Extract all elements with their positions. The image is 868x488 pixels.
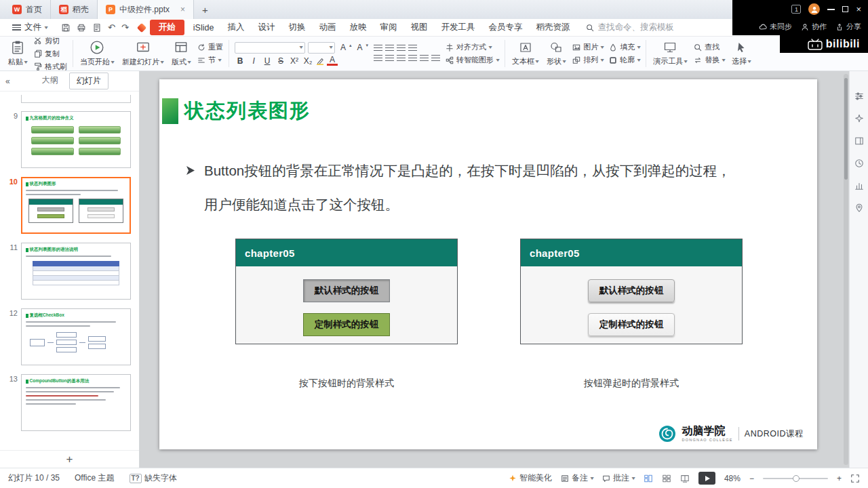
sync-status[interactable]: 未同步 (759, 22, 792, 32)
slide-sorter-view-button[interactable] (662, 474, 671, 483)
underline-button[interactable]: U (262, 56, 273, 66)
slideshow-play-button[interactable] (698, 472, 715, 485)
share-button[interactable]: 分享 (835, 22, 861, 32)
slide-thumbnail-9[interactable]: 9 九宫格图片的拉伸含义 (4, 111, 131, 168)
superscript-button[interactable]: X² (289, 56, 300, 66)
save-icon[interactable] (61, 23, 71, 33)
command-search[interactable]: 查找命令、搜索模板 (586, 22, 674, 33)
notes-button[interactable]: 备注▾ (561, 472, 593, 484)
align-right-icon[interactable] (397, 55, 406, 62)
normal-view-button[interactable] (644, 474, 653, 483)
ribbon-tab-transition[interactable]: 切换 (281, 20, 312, 35)
tab-outline[interactable]: 大纲 (35, 73, 65, 89)
ribbon-tab-design[interactable]: 设计 (251, 20, 281, 35)
slide-10-editing-surface[interactable]: 状态列表图形 Button按钮的背景在正常情况下是凸起的，在按下时是凹陷的，从按… (159, 79, 817, 449)
ribbon-tab-slideshow[interactable]: 放映 (342, 20, 373, 35)
align-objects-button[interactable]: 对齐方式▾ (443, 41, 502, 53)
presentation-tools-button[interactable]: 演示工具▾ (649, 37, 691, 70)
slide-title[interactable]: 状态列表图形 (184, 98, 311, 125)
close-window-button[interactable]: × (856, 5, 861, 14)
collaborate-button[interactable]: 协作 (801, 22, 827, 32)
section-button[interactable]: 节▾ (195, 54, 226, 66)
new-tab-button[interactable]: + (194, 4, 216, 16)
increase-indent-icon[interactable] (408, 45, 417, 52)
properties-sliders-icon[interactable] (854, 92, 864, 101)
smart-beautify-button[interactable]: 智能美化 (509, 472, 552, 484)
layout-button[interactable]: 版式▾ (167, 37, 195, 70)
location-pin-icon[interactable] (854, 203, 864, 213)
ribbon-tab-animation[interactable]: 动画 (312, 20, 342, 35)
docer-diamond-icon[interactable] (137, 22, 146, 32)
tab-slides[interactable]: 幻灯片 (69, 73, 108, 89)
file-menu-button[interactable]: 文件 ▾ (5, 22, 54, 33)
align-center-icon[interactable] (385, 55, 394, 62)
font-color-button[interactable]: A (327, 56, 338, 66)
document-tab[interactable]: P 中级控件.pptx × (98, 0, 194, 19)
fit-to-window-button[interactable] (850, 474, 860, 483)
scrollbar-thumb[interactable] (844, 78, 848, 180)
line-spacing-icon[interactable] (431, 55, 440, 62)
convert-smartart-button[interactable]: 转智能图形▾ (443, 54, 502, 66)
grow-font-button[interactable]: A▴ (338, 43, 352, 52)
paste-button[interactable]: 粘贴▾ (4, 37, 31, 70)
justify-icon[interactable] (408, 55, 417, 62)
shrink-font-button[interactable]: A▾ (355, 43, 369, 52)
find-button[interactable]: 查找 (691, 41, 728, 53)
reading-view-button[interactable] (680, 474, 690, 483)
ribbon-tab-review[interactable]: 审阅 (373, 20, 403, 35)
slide-thumbnail-10-selected[interactable]: 10 状态列表图形 (4, 177, 131, 234)
arrange-button[interactable]: 排列▾ (570, 54, 606, 66)
docer-tab[interactable]: 稻 稻壳 (51, 0, 98, 19)
slide-thumbnail-13[interactable]: 13 CompoundButton的基本用法 (4, 374, 131, 431)
slide-thumbnail-11[interactable]: 11 状态列表图形的语法说明 (4, 243, 131, 300)
picture-button[interactable]: 图片▾ (570, 41, 606, 53)
minimize-button[interactable] (827, 9, 835, 10)
slide-thumbnail-12[interactable]: 12 复选框CheckBox (4, 308, 131, 365)
bold-button[interactable]: B (235, 56, 245, 66)
highlight-pen-icon[interactable] (316, 57, 324, 65)
font-size-combo[interactable]: ▾ (308, 42, 335, 54)
chart-icon[interactable] (854, 181, 864, 190)
print-preview-icon[interactable] (92, 23, 102, 33)
italic-button[interactable]: I (248, 56, 259, 66)
notification-badge[interactable]: 1 (791, 5, 801, 14)
undo-icon[interactable]: ↶ (108, 23, 115, 32)
reset-button[interactable]: 重置 (195, 41, 226, 53)
shapes-button[interactable]: 形状▾ (542, 37, 570, 70)
font-name-combo[interactable]: ▾ (235, 42, 305, 54)
subscript-button[interactable]: X₂ (302, 56, 313, 66)
maximize-button[interactable] (842, 6, 848, 12)
select-button[interactable]: 选择▾ (728, 37, 755, 70)
zoom-level[interactable]: 48% (724, 474, 741, 483)
distribute-icon[interactable] (420, 55, 429, 62)
format-painter-button[interactable]: 格式刷 (31, 61, 70, 73)
ribbon-tab-docer-resources[interactable]: 稻壳资源 (529, 20, 576, 35)
home-tab[interactable]: W 首页 (4, 0, 51, 19)
close-tab-icon[interactable]: × (180, 5, 185, 14)
comments-button[interactable]: 批注▾ (602, 472, 635, 484)
ribbon-tab-developer[interactable]: 开发工具 (434, 20, 481, 35)
outline-button[interactable]: 轮廓▾ (606, 54, 643, 66)
numbered-list-icon[interactable] (385, 45, 394, 52)
canvas-scrollbar[interactable] (844, 74, 848, 465)
decrease-indent-icon[interactable] (397, 45, 406, 52)
replace-button[interactable]: 替换▾ (691, 54, 728, 66)
panel-icon[interactable] (854, 136, 864, 146)
fill-button[interactable]: 填充▾ (606, 41, 643, 53)
zoom-slider[interactable] (763, 478, 828, 479)
app-screenshot-released[interactable]: chapter05 默认样式的按钮 定制样式的按钮 (520, 239, 743, 344)
copy-button[interactable]: 复制 (31, 48, 70, 60)
thumbnail-partial[interactable] (21, 95, 131, 103)
strikethrough-button[interactable]: S (275, 56, 286, 66)
bullet-list-icon[interactable] (374, 45, 382, 52)
zoom-out-button[interactable]: − (749, 474, 754, 483)
missing-font-indicator[interactable]: T? 缺失字体 (130, 472, 177, 484)
slide-body-text[interactable]: Button按钮的背景在正常情况下是凸起的，在按下时是凹陷的，从按下到弹起的过程… (186, 154, 753, 222)
cut-button[interactable]: 剪切 (31, 35, 70, 47)
ribbon-tab-member[interactable]: 会员专享 (481, 20, 529, 35)
print-icon[interactable] (77, 23, 86, 33)
sparkle-icon[interactable] (854, 114, 864, 123)
clock-icon[interactable] (854, 159, 864, 168)
ribbon-tab-insert[interactable]: 插入 (220, 20, 251, 35)
redo-icon[interactable]: ↷ (121, 23, 129, 32)
